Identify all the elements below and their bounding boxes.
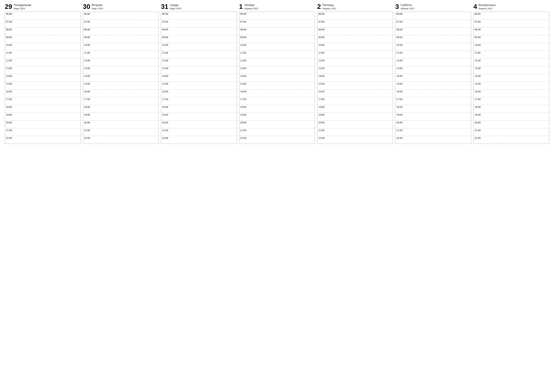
hour-slot: 09:00 [473, 35, 549, 43]
day-number: 30 [83, 3, 90, 10]
hour-slot: 18:00 [239, 105, 315, 113]
day-grid: 06:00 07:00 08:00 09:00 10:00 11:00 12:0… [239, 12, 315, 144]
hour-slot: 19:00 [161, 113, 237, 120]
hour-slot: 21:00 [161, 128, 237, 136]
hour-slot: 19:00 [473, 113, 549, 120]
day-month: Апрель 2021 [479, 7, 496, 10]
day-month: Март 2021 [92, 7, 104, 10]
hour-slot: 07:00 [395, 20, 471, 27]
hour-slot: 10:00 [317, 43, 393, 51]
hour-slot: 18:00 [317, 105, 393, 113]
hour-slot: 18:00 [161, 105, 237, 113]
hour-slot: 21:00 [83, 128, 159, 136]
hour-slot: 12:00 [317, 58, 393, 66]
hour-slot: 17:00 [83, 97, 159, 105]
hour-slot: 15:00 [395, 82, 471, 89]
hour-slot: 15:00 [317, 82, 393, 89]
hour-slot: 20:00 [395, 120, 471, 128]
day-header: 29 Понедельник Март 2021 [5, 2, 81, 12]
hour-slot: 15:00 [473, 82, 549, 89]
day-header: 30 Вторник Март 2021 [83, 2, 159, 12]
hour-slot: 22:00 [317, 136, 393, 144]
hour-slot: 16:00 [161, 89, 237, 97]
hour-slot: 12:00 [5, 58, 81, 66]
hour-slot: 07:00 [473, 20, 549, 27]
hour-slot: 09:00 [395, 35, 471, 43]
day-month: Апрель 2021 [322, 7, 336, 10]
hour-slot: 10:00 [161, 43, 237, 51]
hour-slot: 18:00 [395, 105, 471, 113]
hour-slot: 22:00 [239, 136, 315, 144]
day-grid: 06:00 07:00 08:00 09:00 10:00 11:00 12:0… [473, 12, 549, 144]
hour-slot: 16:00 [395, 89, 471, 97]
day-name: Четверг [244, 3, 258, 7]
hour-slot: 20:00 [5, 120, 81, 128]
day-column: 3 Суббота Апрель 2021 06:00 07:00 08:00 … [395, 2, 471, 144]
hour-slot: 17:00 [239, 97, 315, 105]
day-column: 31 Среда Март 2021 06:00 07:00 08:00 09:… [161, 2, 237, 144]
hour-slot: 11:00 [473, 51, 549, 58]
hour-slot: 14:00 [83, 74, 159, 82]
hour-slot: 22:00 [5, 136, 81, 144]
day-number: 2 [317, 3, 321, 10]
hour-slot: 20:00 [317, 120, 393, 128]
hour-slot: 19:00 [83, 113, 159, 120]
hour-slot: 15:00 [5, 82, 81, 89]
hour-slot: 16:00 [239, 89, 315, 97]
day-grid: 06:00 07:00 08:00 09:00 10:00 11:00 12:0… [161, 12, 237, 144]
day-header: 3 Суббота Апрель 2021 [395, 2, 471, 12]
hour-slot: 11:00 [317, 51, 393, 58]
hour-slot: 21:00 [239, 128, 315, 136]
hour-slot: 08:00 [5, 27, 81, 35]
hour-slot: 17:00 [161, 97, 237, 105]
day-column: 30 Вторник Март 2021 06:00 07:00 08:00 0… [83, 2, 159, 144]
hour-slot: 21:00 [473, 128, 549, 136]
hour-slot: 14:00 [473, 74, 549, 82]
hour-slot: 19:00 [317, 113, 393, 120]
hour-slot: 13:00 [83, 66, 159, 74]
hour-slot: 08:00 [473, 27, 549, 35]
hour-slot: 18:00 [83, 105, 159, 113]
hour-slot: 06:00 [5, 12, 81, 20]
hour-slot: 10:00 [5, 43, 81, 51]
hour-slot: 11:00 [161, 51, 237, 58]
day-number: 29 [5, 3, 12, 10]
hour-slot: 18:00 [5, 105, 81, 113]
hour-slot: 22:00 [83, 136, 159, 144]
hour-slot: 14:00 [239, 74, 315, 82]
hour-slot: 21:00 [395, 128, 471, 136]
day-month: Апрель 2021 [401, 7, 415, 10]
day-name: Суббота [401, 3, 415, 7]
day-number: 3 [395, 3, 399, 10]
hour-slot: 18:00 [473, 105, 549, 113]
day-meta: Воскресенье Апрель 2021 [479, 3, 496, 10]
day-month: Март 2021 [170, 7, 181, 10]
week-planner: 29 Понедельник Март 2021 06:00 07:00 08:… [5, 2, 549, 144]
hour-slot: 13:00 [473, 66, 549, 74]
hour-slot: 22:00 [161, 136, 237, 144]
hour-slot: 20:00 [161, 120, 237, 128]
day-number: 31 [161, 3, 168, 10]
hour-slot: 14:00 [317, 74, 393, 82]
hour-slot: 06:00 [395, 12, 471, 20]
day-meta: Вторник Март 2021 [92, 3, 104, 10]
hour-slot: 07:00 [317, 20, 393, 27]
hour-slot: 14:00 [395, 74, 471, 82]
day-meta: Четверг Апрель 2021 [244, 3, 258, 10]
hour-slot: 13:00 [5, 66, 81, 74]
day-grid: 06:00 07:00 08:00 09:00 10:00 11:00 12:0… [5, 12, 81, 144]
hour-slot: 06:00 [83, 12, 159, 20]
day-column: 2 Пятница Апрель 2021 06:00 07:00 08:00 … [317, 2, 393, 144]
hour-slot: 11:00 [395, 51, 471, 58]
day-column: 4 Воскресенье Апрель 2021 06:00 07:00 08… [473, 2, 549, 144]
hour-slot: 21:00 [317, 128, 393, 136]
hour-slot: 12:00 [395, 58, 471, 66]
hour-slot: 19:00 [239, 113, 315, 120]
hour-slot: 17:00 [5, 97, 81, 105]
hour-slot: 11:00 [239, 51, 315, 58]
hour-slot: 21:00 [5, 128, 81, 136]
hour-slot: 07:00 [5, 20, 81, 27]
hour-slot: 10:00 [239, 43, 315, 51]
day-grid: 06:00 07:00 08:00 09:00 10:00 11:00 12:0… [83, 12, 159, 144]
hour-slot: 17:00 [317, 97, 393, 105]
